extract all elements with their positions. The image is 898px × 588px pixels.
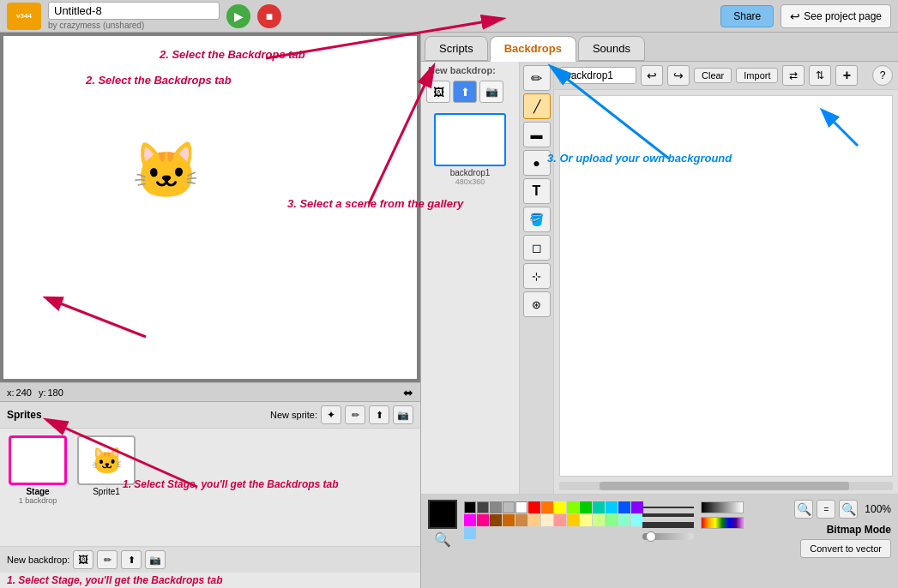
line-medium[interactable] xyxy=(642,513,694,517)
stage-resize-handle[interactable]: ⬌ xyxy=(403,386,413,399)
color-tan[interactable] xyxy=(515,514,527,526)
new-sprite-pencil-button[interactable]: ✏ xyxy=(345,405,365,424)
color-lime[interactable] xyxy=(567,501,579,513)
color-brown2[interactable] xyxy=(503,514,515,526)
annotation-step2: 2. Select the Backdrops tab xyxy=(86,74,232,87)
color-gray1[interactable] xyxy=(477,501,489,513)
color-light-teal[interactable] xyxy=(618,514,630,526)
color-blue[interactable] xyxy=(618,501,630,513)
eyedropper-icon[interactable]: 🔍 xyxy=(434,531,451,548)
zoom-reset-button[interactable]: = xyxy=(817,500,835,519)
color-white[interactable] xyxy=(515,501,527,513)
color-black[interactable] xyxy=(464,501,476,513)
stamp-tool[interactable]: ⊛ xyxy=(523,291,551,317)
canvas-drawing-area[interactable] xyxy=(559,95,893,477)
project-author: by crazymess (unshared) xyxy=(48,21,220,30)
select-tool[interactable]: ⊹ xyxy=(523,263,551,289)
canvas-scrollbar[interactable] xyxy=(559,482,893,490)
sprites-panel: Sprites New sprite: ✦ ✏ ⬆ 📷 Stage 1 back… xyxy=(0,401,420,573)
color-magenta[interactable] xyxy=(464,514,476,526)
color-light-yellow[interactable] xyxy=(580,514,592,526)
eraser-tool[interactable]: ◻ xyxy=(523,235,551,261)
color-light-lime[interactable] xyxy=(593,514,605,526)
help-button[interactable]: ? xyxy=(872,65,893,86)
text-tool[interactable]: T xyxy=(523,178,551,204)
stop-button[interactable]: ■ xyxy=(257,4,281,28)
color-light-blue[interactable] xyxy=(464,527,476,539)
sprite1-item[interactable]: 🐱 Sprite1 xyxy=(75,435,137,496)
color-brown[interactable] xyxy=(490,514,502,526)
rect-tool[interactable]: ▬ xyxy=(523,122,551,147)
line-thin[interactable] xyxy=(642,507,694,508)
fill-tool[interactable]: 🪣 xyxy=(523,207,551,232)
color-light-green[interactable] xyxy=(606,514,618,526)
share-button[interactable]: Share xyxy=(720,5,774,27)
tab-backdrops[interactable]: Backdrops xyxy=(490,36,576,62)
stage-sub-label: 1 backdrop xyxy=(19,496,57,505)
new-backdrop-upload-btn[interactable]: ⬆ xyxy=(121,550,142,569)
new-sprite-star-button[interactable]: ✦ xyxy=(321,405,341,424)
new-backdrop-label: New backdrop: xyxy=(7,555,69,565)
new-sprite-camera-button[interactable]: 📷 xyxy=(393,405,413,424)
color-green[interactable] xyxy=(580,501,592,513)
backdrop-upload-btn[interactable]: ⬆ xyxy=(453,81,477,103)
new-backdrop-paint-btn[interactable]: ✏ xyxy=(97,550,118,569)
new-backdrop-gallery-btn[interactable]: 🖼 xyxy=(73,550,93,569)
thickness-slider[interactable] xyxy=(642,533,694,540)
zoom-in-button[interactable]: 🔍 xyxy=(839,500,858,519)
backdrop-gallery-btn[interactable]: 🖼 xyxy=(426,81,450,103)
backdrop-items-list: backdrop1 480x360 xyxy=(421,106,519,494)
redo-button[interactable]: ↪ xyxy=(667,65,690,86)
convert-to-vector-button[interactable]: Convert to vector xyxy=(800,539,891,558)
gradient-swatch[interactable] xyxy=(701,501,744,513)
backdrop-editor: New backdrop: 🖼 ⬆ 📷 backdrop1 480x360 xyxy=(421,62,898,588)
color-cream[interactable] xyxy=(541,514,553,526)
color-gray3[interactable] xyxy=(503,501,515,513)
color-orange[interactable] xyxy=(541,501,553,513)
rainbow-swatch[interactable] xyxy=(701,517,744,529)
color-teal[interactable] xyxy=(593,501,605,513)
annotation-step1: 1. Select Stage, you'll get the Backdrop… xyxy=(7,574,223,586)
tab-sounds[interactable]: Sounds xyxy=(578,36,645,61)
green-flag-button[interactable]: ▶ xyxy=(226,4,250,28)
foreground-color[interactable] xyxy=(428,500,457,529)
zoom-out-button[interactable]: 🔍 xyxy=(794,500,813,519)
blue-arrow-svg xyxy=(815,103,866,154)
sprite1-label: Sprite1 xyxy=(93,487,120,496)
see-project-button[interactable]: ↩ See project page xyxy=(780,4,891,28)
ellipse-tool[interactable]: ● xyxy=(523,150,551,176)
x-label: x: xyxy=(7,387,15,398)
color-purple[interactable] xyxy=(631,501,643,513)
pencil-tool[interactable]: ✏ xyxy=(523,65,551,91)
undo-button[interactable]: ↩ xyxy=(641,65,663,86)
color-cyan[interactable] xyxy=(606,501,618,513)
new-backdrop-camera-btn[interactable]: 📷 xyxy=(145,550,166,569)
right-panel: Scripts Backdrops Sounds New backdrop: 🖼… xyxy=(420,33,898,588)
line-tool[interactable]: ╱ xyxy=(523,93,551,119)
import-button[interactable]: Import xyxy=(736,68,778,83)
backdrop-item[interactable]: backdrop1 480x360 xyxy=(425,110,515,189)
color-salmon[interactable] xyxy=(554,514,566,526)
color-red[interactable] xyxy=(528,501,540,513)
flip-v-button[interactable]: ⇅ xyxy=(809,65,831,86)
color-pink[interactable] xyxy=(477,514,489,526)
tabs-bar: Scripts Backdrops Sounds xyxy=(421,33,898,62)
color-light-cyan[interactable] xyxy=(631,514,643,526)
color-yellow[interactable] xyxy=(554,501,566,513)
color-gray2[interactable] xyxy=(490,501,502,513)
new-sprite-upload-button[interactable]: ⬆ xyxy=(369,405,389,424)
project-title-input[interactable] xyxy=(48,2,220,20)
add-button[interactable]: + xyxy=(835,65,858,86)
backdrop-name-input[interactable] xyxy=(559,67,636,84)
clear-button[interactable]: Clear xyxy=(694,68,732,83)
tab-scripts[interactable]: Scripts xyxy=(425,36,488,61)
canvas-area: ↩ ↪ Clear Import ⇄ ⇅ + ? xyxy=(554,62,898,494)
top-bar: v344 by crazymess (unshared) ▶ ■ Share ↩… xyxy=(0,0,898,33)
color-light-orange[interactable] xyxy=(567,514,579,526)
stage-item[interactable]: Stage 1 backdrop xyxy=(7,435,69,505)
backdrop-camera-btn[interactable]: 📷 xyxy=(479,81,503,103)
flip-h-button[interactable]: ⇄ xyxy=(782,65,805,86)
color-skin[interactable] xyxy=(528,514,540,526)
line-thick[interactable] xyxy=(642,522,694,528)
zoom-controls: 🔍 = 🔍 100% xyxy=(794,500,891,519)
